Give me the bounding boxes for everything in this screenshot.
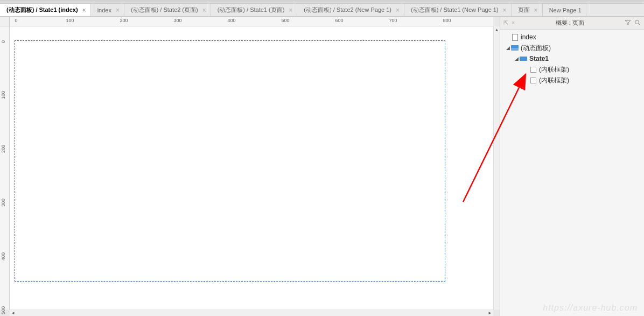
- tree-item-iframe2[interactable]: (内联框架): [500, 75, 644, 86]
- close-icon[interactable]: ×: [534, 6, 538, 14]
- ruler-tick: 700: [389, 18, 397, 23]
- tree-item-state1[interactable]: ◢ State1: [500, 53, 644, 64]
- tab-state1-newpage1[interactable]: (动态面板) / State1 (New Page 1) ×: [404, 4, 512, 16]
- ruler-horizontal: 0 100 200 300 400 500 600 700 800: [10, 17, 493, 26]
- tab-state1-page[interactable]: (动态面板) / State1 (页面) ×: [211, 4, 298, 16]
- tree-label: (内联框架): [539, 65, 569, 74]
- tab-label: 页面: [518, 6, 530, 14]
- ruler-tick: 300: [1, 199, 6, 207]
- filter-icon[interactable]: [625, 19, 631, 27]
- close-icon[interactable]: ×: [503, 6, 507, 14]
- expand-arrow-icon[interactable]: ◢: [505, 45, 511, 51]
- expand-arrow-icon[interactable]: ◢: [513, 56, 520, 61]
- scrollbar-horizontal[interactable]: ◄ ►: [10, 310, 493, 316]
- panel-collapse-icon[interactable]: ⇱: [503, 19, 508, 26]
- ruler-vertical: 0 100 200 300 400 500: [0, 26, 10, 310]
- tab-label: index: [97, 7, 111, 13]
- tab-page[interactable]: 页面 ×: [512, 4, 543, 16]
- ruler-tick: 600: [335, 18, 343, 23]
- close-icon[interactable]: ×: [116, 6, 120, 14]
- scroll-right-arrow-icon[interactable]: ►: [487, 310, 493, 316]
- svg-line-1: [639, 24, 640, 25]
- ruler-tick: 100: [1, 91, 6, 99]
- dynamic-panel-icon: [511, 44, 519, 52]
- canvas-viewport[interactable]: [10, 26, 493, 310]
- tab-label: (动态面板) / State2 (页面): [131, 6, 198, 14]
- ruler-tick: 0: [15, 18, 17, 23]
- close-icon[interactable]: ×: [289, 6, 292, 14]
- tree-item-iframe1[interactable]: (内联框架): [500, 64, 644, 75]
- dynamic-panel-outline[interactable]: [15, 40, 445, 282]
- close-icon[interactable]: ×: [202, 6, 206, 14]
- tree-label: index: [521, 33, 536, 41]
- tab-label: (动态面板) / State1 (页面): [218, 6, 285, 14]
- scroll-left-arrow-icon[interactable]: ◄: [10, 310, 16, 316]
- close-icon[interactable]: ×: [82, 6, 86, 14]
- tree-item-index[interactable]: index: [500, 32, 644, 43]
- ruler-tick: 500: [1, 306, 6, 314]
- tab-index[interactable]: index ×: [91, 4, 124, 16]
- page-icon: [511, 33, 519, 41]
- ruler-tick: 200: [120, 18, 128, 23]
- tab-label: (动态面板) / State1 (New Page 1): [411, 6, 499, 14]
- state-icon: [520, 55, 527, 62]
- panel-title: 概要 : 页面: [515, 19, 625, 27]
- tab-state2-newpage1[interactable]: (动态面板) / State2 (New Page 1) ×: [297, 4, 404, 16]
- ruler-tick: 800: [443, 18, 451, 23]
- tab-state1-index[interactable]: (动态面板) / State1 (index) ×: [0, 4, 91, 16]
- document-tab-bar: (动态面板) / State1 (index) × index × (动态面板)…: [0, 4, 644, 17]
- svg-point-0: [635, 20, 639, 24]
- ruler-tick: 500: [281, 18, 289, 23]
- tree-item-dynpanel[interactable]: ◢ (动态面板): [500, 43, 644, 53]
- ruler-tick: 200: [1, 145, 6, 153]
- ruler-tick: 400: [227, 18, 235, 23]
- scrollbar-vertical[interactable]: ▲: [493, 26, 500, 310]
- search-icon[interactable]: [634, 19, 641, 27]
- ruler-tick: 100: [66, 18, 74, 23]
- scroll-up-arrow-icon[interactable]: ▲: [494, 26, 500, 33]
- iframe-icon: [529, 76, 537, 84]
- tree-label: State1: [529, 55, 549, 62]
- tab-state2-page[interactable]: (动态面板) / State2 (页面) ×: [124, 4, 211, 16]
- tab-label: (动态面板) / State2 (New Page 1): [304, 6, 391, 14]
- canvas-page[interactable]: [10, 26, 493, 310]
- canvas-area[interactable]: 0 100 200 300 400 500 600 700 800 0 100 …: [0, 17, 500, 316]
- outline-panel: ⇱ × 概要 : 页面 index ◢: [500, 17, 644, 316]
- tab-newpage1[interactable]: New Page 1: [543, 4, 586, 16]
- ruler-tick: 400: [1, 252, 6, 261]
- close-icon[interactable]: ×: [396, 6, 400, 14]
- tab-label: New Page 1: [549, 7, 582, 13]
- iframe-icon: [529, 66, 537, 73]
- ruler-tick: 0: [1, 40, 6, 43]
- tree-label: (动态面板): [521, 44, 551, 53]
- ruler-tick: 300: [173, 18, 181, 23]
- tree-label: (内联框架): [539, 76, 569, 85]
- top-toolbar-strip: [0, 0, 644, 4]
- ruler-corner: [0, 17, 10, 26]
- tab-label: (动态面板) / State1 (index): [6, 6, 78, 14]
- outline-tree: index ◢ (动态面板) ◢ State1 (内联框架): [500, 30, 644, 316]
- outline-panel-header: ⇱ × 概要 : 页面: [500, 17, 644, 30]
